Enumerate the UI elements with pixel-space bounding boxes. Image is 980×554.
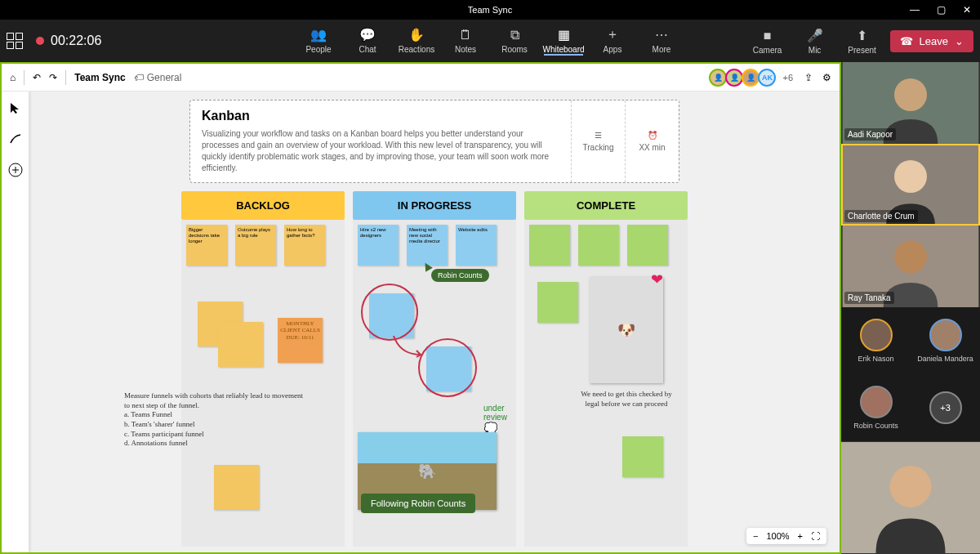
rooms-button[interactable]: ⧉Rooms (495, 27, 534, 56)
clock-icon: ⏰ (648, 131, 657, 140)
participant-tile[interactable] (841, 441, 980, 554)
sticky-note[interactable]: How long to gather facts? (284, 225, 325, 266)
board-title: Team Sync (74, 72, 125, 83)
sticky-note[interactable] (627, 225, 668, 266)
reactions-button[interactable]: ✋Reactions (397, 27, 436, 56)
home-icon[interactable]: ⌂ (10, 72, 16, 83)
participant-tile[interactable]: Aadi Kapoor (841, 62, 980, 144)
whiteboard-panel: ⌂ ↶ ↷ Team Sync 🏷General 👤 👤 👤 AK +6 ⇪ ⚙ (0, 62, 841, 554)
sticky-note[interactable] (214, 465, 259, 510)
settings-icon[interactable]: ⚙ (822, 72, 831, 83)
title-bar: Team Sync — ▢ ✕ (0, 0, 980, 20)
share-icon[interactable]: ⇪ (804, 72, 813, 83)
kanban-title: Kanban (202, 109, 559, 123)
apps-grid-icon[interactable] (7, 33, 23, 49)
sticky-note[interactable]: MONTHLY CLIENT CALLS DUE: 10/11 (278, 318, 323, 363)
window-title: Team Sync (468, 5, 512, 15)
zoom-toolbar: − 100% + ⛶ (746, 528, 826, 544)
backlog-column: BACKLOG Bigger decisions take longer Out… (181, 191, 345, 547)
list-icon: ☰ (595, 131, 602, 140)
participant-avatar[interactable]: Robin Counts (841, 374, 911, 441)
sticky-note[interactable] (537, 282, 578, 323)
more-button[interactable]: ⋯More (642, 27, 681, 56)
participant-tile[interactable]: Charlotte de Crum (841, 144, 980, 226)
handwritten-note[interactable]: Measure funnels with cohorts that reliab… (124, 391, 304, 449)
sticky-note[interactable]: Meeting with new social media director (407, 225, 448, 266)
svg-point-2 (894, 78, 927, 111)
sticky-note[interactable]: Website edits (456, 225, 497, 266)
add-tool[interactable] (6, 160, 25, 180)
participant-avatar[interactable]: Erik Nason (841, 307, 911, 374)
select-tool[interactable] (6, 98, 25, 118)
whiteboard-button[interactable]: ▦Whiteboard (544, 27, 583, 56)
maximize-button[interactable]: ▢ (928, 0, 954, 20)
undo-button[interactable]: ↶ (33, 72, 41, 83)
recording-time: 00:22:06 (51, 34, 101, 48)
tag-icon: 🏷 (134, 72, 144, 83)
fit-screen-button[interactable]: ⛶ (811, 531, 820, 541)
recording-indicator: 00:22:06 (36, 34, 101, 48)
meeting-toolbar: 00:22:06 👥People 💬Chat ✋Reactions 🗒Notes… (0, 20, 980, 62)
zoom-in-button[interactable]: + (798, 531, 803, 541)
presence-stack[interactable]: 👤 👤 👤 AK +6 ⇪ ⚙ (714, 69, 831, 87)
pen-tool[interactable] (6, 129, 25, 149)
remote-cursor-label: Robin Counts (431, 269, 489, 282)
review-annotation[interactable]: under review💭 (483, 404, 516, 435)
people-button[interactable]: 👥People (299, 27, 338, 56)
participant-small-row: Robin Counts +3 (841, 374, 980, 441)
svg-point-8 (890, 466, 932, 507)
sticky-note[interactable] (529, 225, 570, 266)
presence-more[interactable]: +6 (782, 73, 793, 83)
minimize-button[interactable]: — (902, 0, 928, 20)
sticky-note[interactable]: Bigger decisions take longer (186, 225, 227, 266)
handwritten-caption[interactable]: We need to get this checked by legal bef… (573, 390, 679, 409)
kanban-desc: Visualizing your workflow and tasks on a… (202, 128, 559, 174)
record-dot-icon (36, 37, 44, 45)
kanban-info-card[interactable]: Kanban Visualizing your workflow and tas… (189, 100, 679, 183)
progress-header: IN PROGRESS (353, 191, 516, 220)
notes-button[interactable]: 🗒Notes (446, 27, 485, 56)
camera-button[interactable]: ■Camera (748, 28, 787, 55)
whiteboard-header: ⌂ ↶ ↷ Team Sync 🏷General 👤 👤 👤 AK +6 ⇪ ⚙ (2, 64, 840, 92)
whiteboard-canvas[interactable]: Kanban Visualizing your workflow and tas… (29, 92, 840, 552)
complete-column: COMPLETE 🐶 ❤ We need to get this checked… (524, 191, 688, 547)
complete-header: COMPLETE (524, 191, 688, 220)
svg-point-6 (894, 240, 927, 273)
following-pill[interactable]: Following Robin Counts (361, 494, 475, 513)
ink-arrow[interactable] (392, 334, 425, 359)
sticky-note[interactable] (622, 436, 663, 477)
svg-point-4 (894, 160, 927, 193)
sticky-note[interactable]: Outcome plays a big role (235, 225, 276, 266)
apps-button[interactable]: ＋Apps (593, 27, 632, 56)
participant-more[interactable]: +3 (911, 374, 980, 441)
sticky-note[interactable] (578, 225, 619, 266)
heart-icon[interactable]: ❤ (651, 270, 663, 288)
chat-button[interactable]: 💬Chat (348, 27, 387, 56)
sticky-note[interactable]: Hire x2 new designers (358, 225, 399, 266)
leave-button[interactable]: ☎Leave⌄ (890, 30, 973, 52)
close-button[interactable]: ✕ (954, 0, 980, 20)
participant-tile[interactable]: Ray Tanaka (841, 226, 980, 307)
zoom-out-button[interactable]: − (753, 531, 758, 541)
ink-circle[interactable] (361, 284, 418, 341)
image-dog[interactable]: 🐶 (590, 277, 663, 383)
participants-sidebar: Aadi Kapoor Charlotte de Crum Ray Tanaka… (841, 62, 980, 554)
redo-button[interactable]: ↷ (49, 72, 57, 83)
participant-avatar[interactable]: Daniela Mandera (911, 307, 980, 374)
progress-column: IN PROGRESS Hire x2 new designers Meetin… (353, 191, 516, 547)
ink-circle[interactable] (418, 338, 477, 397)
present-button[interactable]: ⬆Present (843, 28, 882, 55)
whiteboard-tool-palette (2, 92, 29, 552)
sticky-note[interactable] (218, 322, 263, 367)
participant-small-row: Erik Nason Daniela Mandera (841, 307, 980, 374)
zoom-level: 100% (766, 531, 789, 541)
channel-chip[interactable]: 🏷General (134, 72, 182, 83)
mic-button[interactable]: 🎤Mic (795, 28, 835, 55)
backlog-header: BACKLOG (181, 191, 345, 220)
